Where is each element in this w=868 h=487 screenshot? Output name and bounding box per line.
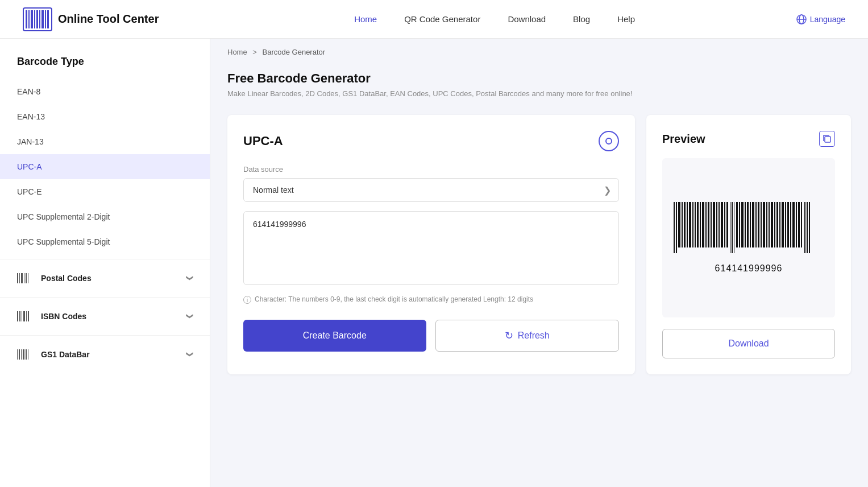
postal-codes-icon xyxy=(17,272,30,284)
svg-rect-28 xyxy=(23,349,24,360)
svg-rect-80 xyxy=(801,202,802,247)
svg-rect-29 xyxy=(26,349,27,360)
svg-rect-19 xyxy=(17,311,18,321)
svg-rect-23 xyxy=(26,311,27,321)
gs1-databar-icon xyxy=(17,348,30,361)
nav-help[interactable]: Help xyxy=(617,14,635,24)
page-title: Free Barcode Generator xyxy=(227,71,851,86)
svg-rect-30 xyxy=(28,349,28,360)
svg-rect-69 xyxy=(771,202,773,247)
svg-rect-27 xyxy=(21,349,22,360)
logo-icon xyxy=(23,7,52,31)
button-row: Create Barcode ↻ Refresh xyxy=(243,320,619,352)
language-label: Language xyxy=(810,15,845,24)
svg-rect-16 xyxy=(24,273,24,283)
nav-download[interactable]: Download xyxy=(508,14,546,24)
svg-rect-70 xyxy=(774,202,775,247)
globe-icon xyxy=(796,14,807,24)
svg-rect-4 xyxy=(34,10,35,28)
copy-button[interactable] xyxy=(819,131,835,147)
download-button[interactable]: Download xyxy=(662,329,835,358)
svg-rect-65 xyxy=(761,202,762,247)
svg-rect-37 xyxy=(687,202,688,247)
svg-rect-67 xyxy=(766,202,767,247)
svg-rect-77 xyxy=(792,202,795,247)
sidebar-item-ean8[interactable]: EAN-8 xyxy=(0,79,210,104)
sidebar: Barcode Type EAN-8 EAN-13 JAN-13 UPC-A U… xyxy=(0,39,210,487)
svg-rect-32 xyxy=(674,202,675,253)
isbn-codes-label: ISBN Codes xyxy=(41,312,86,321)
svg-rect-39 xyxy=(692,202,693,247)
svg-rect-55 xyxy=(734,202,734,253)
svg-rect-18 xyxy=(28,273,28,283)
svg-rect-51 xyxy=(724,202,725,247)
svg-rect-21 xyxy=(22,311,22,321)
header: Online Tool Center Home QR Code Generato… xyxy=(0,0,868,39)
svg-rect-20 xyxy=(19,311,20,321)
svg-rect-7 xyxy=(41,10,44,28)
svg-rect-46 xyxy=(711,202,712,247)
sidebar-group-gs1: GS1 DataBar ❯ xyxy=(0,335,210,369)
svg-rect-72 xyxy=(779,202,780,247)
barcode-input[interactable]: 614141999996 xyxy=(243,211,619,285)
svg-rect-9 xyxy=(47,10,49,28)
svg-rect-81 xyxy=(804,202,805,253)
gs1-databar-label: GS1 DataBar xyxy=(41,350,90,359)
svg-rect-43 xyxy=(702,202,704,247)
sidebar-item-upca[interactable]: UPC-A xyxy=(0,154,210,179)
preview-title: Preview xyxy=(662,133,705,146)
svg-rect-62 xyxy=(752,202,754,247)
svg-rect-60 xyxy=(747,202,749,247)
svg-rect-25 xyxy=(17,349,18,360)
isbn-chevron-icon: ❯ xyxy=(186,313,194,319)
sidebar-item-upc-sup5[interactable]: UPC Supplemental 5-Digit xyxy=(0,229,210,254)
svg-rect-73 xyxy=(782,202,784,247)
sidebar-item-jan13[interactable]: JAN-13 xyxy=(0,129,210,154)
tool-panel-header: UPC-A xyxy=(243,131,619,151)
sidebar-item-ean13[interactable]: EAN-13 xyxy=(0,104,210,129)
refresh-icon: ↻ xyxy=(505,329,513,342)
svg-rect-47 xyxy=(713,202,715,247)
sidebar-group-gs1-header[interactable]: GS1 DataBar ❯ xyxy=(0,340,210,369)
data-source-select[interactable]: Normal text Hex data xyxy=(243,178,619,202)
barcode-image xyxy=(669,202,828,259)
circle-inner xyxy=(605,138,612,145)
nav-blog[interactable]: Blog xyxy=(573,14,590,24)
svg-rect-76 xyxy=(790,202,791,247)
svg-rect-54 xyxy=(732,202,733,253)
svg-rect-24 xyxy=(28,311,29,321)
refresh-button[interactable]: ↻ Refresh xyxy=(435,320,620,352)
refresh-label: Refresh xyxy=(518,331,550,341)
svg-rect-8 xyxy=(45,10,46,28)
svg-rect-66 xyxy=(763,202,765,247)
svg-rect-5 xyxy=(36,10,38,28)
svg-rect-44 xyxy=(705,202,707,247)
svg-rect-75 xyxy=(787,202,789,247)
nav-home[interactable]: Home xyxy=(354,14,377,24)
breadcrumb-home[interactable]: Home xyxy=(227,48,247,56)
main-content: Home > Barcode Generator Free Barcode Ge… xyxy=(210,39,868,487)
sidebar-item-upce[interactable]: UPC-E xyxy=(0,179,210,204)
create-barcode-button[interactable]: Create Barcode xyxy=(243,320,426,352)
logo-text: Online Tool Center xyxy=(58,13,159,26)
language-selector[interactable]: Language xyxy=(796,14,845,24)
sidebar-group-postal: Postal Codes ❯ xyxy=(0,259,210,292)
svg-rect-49 xyxy=(719,202,720,247)
copy-icon-svg xyxy=(823,134,832,143)
svg-rect-58 xyxy=(741,202,744,247)
svg-rect-31 xyxy=(825,137,830,142)
data-source-select-wrapper: Normal text Hex data ❯ xyxy=(243,178,619,202)
sidebar-item-upc-sup2[interactable]: UPC Supplemental 2-Digit xyxy=(0,204,210,229)
sidebar-group-isbn-header[interactable]: ISBN Codes ❯ xyxy=(0,302,210,331)
svg-rect-2 xyxy=(28,10,30,28)
sidebar-group-postal-header[interactable]: Postal Codes ❯ xyxy=(0,264,210,292)
breadcrumb-separator: > xyxy=(252,48,257,56)
svg-rect-71 xyxy=(776,202,778,247)
data-source-label: Data source xyxy=(243,165,619,174)
svg-rect-64 xyxy=(758,202,759,247)
preview-header: Preview xyxy=(662,131,835,147)
svg-rect-74 xyxy=(785,202,786,247)
gs1-chevron-icon: ❯ xyxy=(186,352,194,357)
nav-qr-code[interactable]: QR Code Generator xyxy=(404,14,480,24)
tool-layout: UPC-A Data source Normal text Hex data ❯ xyxy=(227,115,851,374)
